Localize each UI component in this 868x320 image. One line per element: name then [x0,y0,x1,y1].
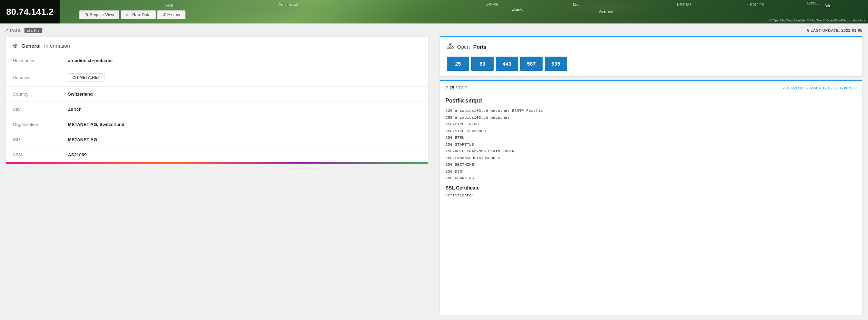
tags-bar: // TAGS: starttls [6,28,428,33]
port-btn-995[interactable]: 995 [545,57,567,71]
general-info-title-bold: General [21,43,41,49]
nav-tabs-bar: ⊞ Regular View >_ Raw Data ↺ History [79,10,185,19]
domain-badge-ch-meta[interactable]: CH-META.NET [68,73,104,81]
value-city: Zürich [61,102,428,117]
ports-title-ports: Ports [473,44,486,50]
tab-regular-view-label: Regular View [90,12,114,17]
network-icon [447,42,454,51]
last-update-value: 2022-01-05 [841,28,862,32]
label-asn: ASN [6,147,61,163]
history-icon: ↺ [162,12,166,17]
map-label-bru: Brü... [825,4,833,8]
service-title: Postfix smtpd [445,98,857,104]
port-btn-443[interactable]: 443 [496,57,518,71]
tcp-title: // 25 / TCP [445,85,467,90]
map-label-fischenthal: Fischenthal [746,2,764,6]
label-country: Country [6,87,61,102]
svg-rect-1 [447,47,449,48]
tcp-separator: / [456,85,457,90]
globe-icon: ⊕ [13,42,18,49]
general-info-title-light: Information [44,43,70,49]
last-update-bar: // LAST UPDATE: 2022-01-05 [440,28,862,32]
row-organization: Organization METANET AG, Switzerland [6,117,428,132]
value-asn: AS21069 [61,147,428,163]
row-country: Country Switzerland [6,87,428,102]
label-organization: Organization [6,117,61,132]
row-domains: Domains CH-META.NET [6,68,428,87]
value-hostnames: arcadius.ch-meta.net [61,53,428,68]
row-city: City Zürich [6,102,428,117]
ports-title-open: Open [457,44,470,50]
terminal-icon: >_ [126,12,131,17]
value-domains: CH-META.NET [61,68,428,87]
map-header: Seon Waltenschwil Zollikon Maur Baretswi… [0,0,868,23]
tab-history[interactable]: ↺ History [157,10,185,19]
map-copyright: © OpenMapTiles Satellite | © MapTiler © … [769,19,865,22]
tcp-meta: -616659318 | 2022-01-05T02:06:36.807639 [783,86,857,90]
table-icon: ⊞ [84,12,88,17]
left-panel: // TAGS: starttls ⊕ General Information … [0,23,434,320]
open-ports-card: Open Ports 25 80 443 587 995 [440,36,862,77]
tcp-header: // 25 / TCP -616659318 | 2022-01-05T02:0… [445,85,857,94]
tab-raw-data-label: Raw Data [132,12,151,17]
map-label-seon: Seon [165,3,173,7]
label-hostnames: Hostnames [6,53,61,68]
row-hostnames: Hostnames arcadius.ch-meta.net [6,53,428,68]
tcp-protocol-label: TCP [458,85,467,90]
port-btn-25[interactable]: 25 [447,57,469,71]
svg-rect-3 [452,47,453,48]
ip-address-text: 80.74.141.2 [6,7,53,17]
general-info-card: ⊕ General Information Hostnames arcadius… [6,37,428,164]
tab-history-label: History [168,12,180,17]
tcp-slash: // [445,85,448,90]
map-label-wetzikon: Wetzikon [599,10,613,14]
map-label-zollikon: Zollikon [486,2,498,6]
value-organization: METANET AG, Switzerland [61,117,428,132]
map-label-dietfu: Dietfu... [807,1,819,5]
map-label-baretswil: Baretswil [677,2,691,6]
svg-rect-0 [449,43,451,45]
row-isp: ISP METANET AG [6,132,428,147]
map-label-maur: Maur [573,3,581,7]
tcp-meta-time: 2022-01-05T02:06:36.807639 [806,86,857,90]
ssl-data: Certificate: [445,192,857,199]
value-isp: METANET AG [61,132,428,147]
service-data: 220 arcadius103.ch-meta.net ESMTP Postfi… [445,107,857,182]
tab-raw-data[interactable]: >_ Raw Data [121,10,155,19]
tab-regular-view[interactable]: ⊞ Regular View [79,10,119,19]
port-btn-80[interactable]: 80 [471,57,494,71]
label-city: City [6,102,61,117]
info-table: Hostnames arcadius.ch-meta.net Domains C… [6,53,428,162]
ports-header: Open Ports [447,42,855,51]
card-bottom-bar [6,162,428,164]
value-country: Switzerland [61,87,428,102]
label-isp: ISP [6,132,61,147]
row-asn: ASN AS21069 [6,147,428,163]
map-label-waltenschwil: Waltenschwil [278,3,298,7]
tags-prefix: // TAGS: [6,28,22,32]
tag-starttls[interactable]: starttls [24,28,42,33]
tcp-section: // 25 / TCP -616659318 | 2022-01-05T02:0… [440,80,862,316]
main-content: // TAGS: starttls ⊕ General Information … [0,23,868,320]
map-label-zumikon: Zumikon [512,8,525,11]
label-domains: Domains [6,68,61,87]
general-info-header: ⊕ General Information [6,37,428,53]
ssl-title: SSL Certificate [445,185,857,191]
ip-address-title: 80.74.141.2 [0,0,60,23]
port-btn-587[interactable]: 587 [520,57,543,71]
tcp-meta-id: -616659318 [783,86,804,90]
right-panel: // LAST UPDATE: 2022-01-05 [434,23,868,320]
last-update-prefix: // LAST UPDATE: [807,28,840,32]
tcp-port-num: 25 [449,85,454,90]
svg-rect-2 [450,47,451,48]
port-buttons-container: 25 80 443 587 995 [447,57,855,71]
